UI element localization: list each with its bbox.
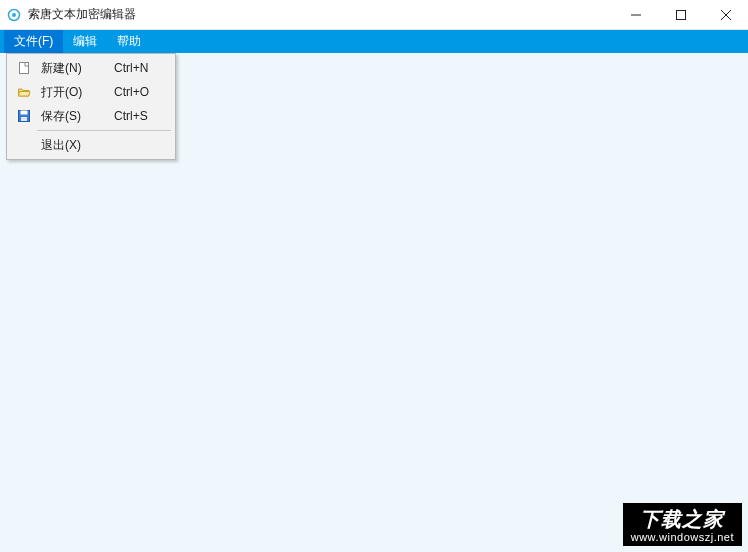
menu-item-open-shortcut: Ctrl+O bbox=[114, 85, 169, 99]
menu-item-open[interactable]: 打开(O) Ctrl+O bbox=[9, 80, 173, 104]
menu-item-new[interactable]: 新建(N) Ctrl+N bbox=[9, 56, 173, 80]
watermark-title: 下载之家 bbox=[631, 507, 734, 531]
watermark-url: www.windowszj.net bbox=[631, 531, 734, 544]
svg-rect-9 bbox=[21, 117, 27, 121]
watermark: 下载之家 www.windowszj.net bbox=[623, 503, 742, 546]
menu-item-exit-label: 退出(X) bbox=[35, 137, 114, 154]
menu-item-save[interactable]: 保存(S) Ctrl+S bbox=[9, 104, 173, 128]
close-button[interactable] bbox=[703, 0, 748, 29]
svg-point-1 bbox=[12, 13, 16, 17]
minimize-button[interactable] bbox=[613, 0, 658, 29]
new-file-icon bbox=[13, 61, 35, 75]
menu-help-label: 帮助 bbox=[117, 33, 141, 50]
titlebar: 索唐文本加密编辑器 bbox=[0, 0, 748, 30]
app-icon bbox=[6, 7, 22, 23]
window-title: 索唐文本加密编辑器 bbox=[28, 6, 613, 23]
menu-item-exit[interactable]: 退出(X) bbox=[9, 133, 173, 157]
menubar: 文件(F) 编辑 帮助 bbox=[0, 30, 748, 53]
svg-rect-3 bbox=[676, 10, 685, 19]
menu-help[interactable]: 帮助 bbox=[107, 30, 151, 53]
open-folder-icon bbox=[13, 85, 35, 99]
menu-item-save-label: 保存(S) bbox=[35, 108, 114, 125]
menu-edit[interactable]: 编辑 bbox=[63, 30, 107, 53]
menu-item-new-label: 新建(N) bbox=[35, 60, 114, 77]
menu-edit-label: 编辑 bbox=[73, 33, 97, 50]
menu-item-save-shortcut: Ctrl+S bbox=[114, 109, 169, 123]
menu-item-open-label: 打开(O) bbox=[35, 84, 114, 101]
file-menu-dropdown: 新建(N) Ctrl+N 打开(O) Ctrl+O 保存(S) Ctrl+S 退… bbox=[6, 53, 176, 160]
save-disk-icon bbox=[13, 109, 35, 123]
menu-item-new-shortcut: Ctrl+N bbox=[114, 61, 169, 75]
svg-rect-8 bbox=[21, 111, 28, 115]
window-controls bbox=[613, 0, 748, 29]
menu-file-label: 文件(F) bbox=[14, 33, 53, 50]
menu-file[interactable]: 文件(F) bbox=[4, 30, 63, 53]
menu-separator bbox=[37, 130, 171, 131]
maximize-button[interactable] bbox=[658, 0, 703, 29]
svg-rect-6 bbox=[20, 63, 29, 74]
